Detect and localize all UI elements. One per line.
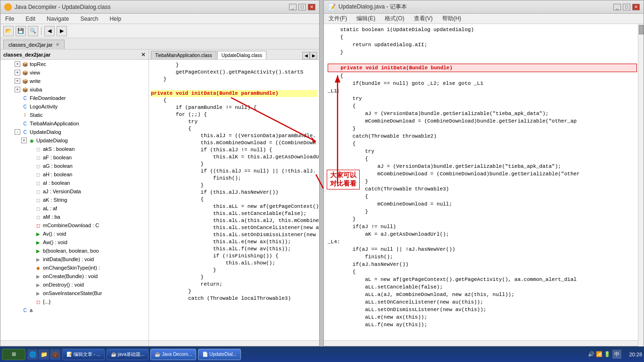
tab-jar[interactable]: classes_dex2jar.jar ✕: [3, 40, 65, 49]
tree-item-tiebamain[interactable]: C TiebaMainApplication: [0, 119, 149, 128]
nav-back-button[interactable]: ◀: [44, 26, 55, 36]
open-button[interactable]: 📂: [3, 26, 14, 36]
taskbar-icon-ie[interactable]: 🌐: [27, 349, 38, 360]
menu-help-cn[interactable]: 帮助(H): [439, 14, 464, 24]
expand-icon[interactable]: +: [21, 138, 27, 143]
tray-icons: 🔊 📶 🔋: [588, 351, 611, 357]
menu-search[interactable]: Search: [77, 15, 101, 23]
expand-icon[interactable]: +: [15, 87, 20, 92]
code-line: {: [328, 102, 637, 110]
notepad-hscrollbar[interactable]: [324, 340, 638, 346]
left-menu-bar: File Edit Navigate Search Help: [0, 14, 319, 24]
menu-navigate[interactable]: Navigate: [44, 15, 72, 23]
tree-field-ak[interactable]: ◻ aK : String: [0, 196, 149, 204]
tree-hscrollbar[interactable]: [0, 340, 149, 346]
code-line: }: [328, 208, 637, 215]
notepad-title-bar: 📝 UpdateDialog.java - 记事本 _ □ ✕: [324, 0, 644, 14]
nav-forward-button[interactable]: ▶: [57, 26, 67, 36]
menu-edit-cn[interactable]: 编辑(E): [354, 14, 378, 24]
tree-field-ah[interactable]: ◻ aH : boolean: [0, 170, 149, 179]
tree-header-label: classes_dex2jar.jar: [3, 52, 50, 58]
code-line: this.alL.f(new av(this));: [151, 246, 317, 253]
menu-file-cn[interactable]: 文件(F): [326, 14, 350, 24]
tree-method-oncreate[interactable]: ▶ onCreate(Bundle) : void: [0, 272, 149, 280]
taskbar-icon-word[interactable]: 💼: [50, 349, 60, 360]
tree-item-static[interactable]: I Static: [0, 111, 149, 119]
taskbar-btn-updatedialog[interactable]: 📄 UpdateDial...: [198, 349, 241, 360]
menu-view-cn[interactable]: 查看(V): [411, 14, 436, 24]
tree-content[interactable]: + 📦 topRec + 📦 view + 📦 write + 📦: [0, 60, 149, 340]
tree-item-write[interactable]: + 📦 write: [0, 77, 149, 85]
minimize-button[interactable]: _: [289, 4, 297, 10]
expand-icon[interactable]: -: [15, 129, 20, 135]
tree-field-am[interactable]: ◻ aM : ba: [0, 213, 149, 221]
tree-item-toprec[interactable]: + 📦 topRec: [0, 60, 149, 68]
notepad-maximize-button[interactable]: □: [623, 4, 630, 10]
taskbar-btn-java-decom[interactable]: ☕ Java Decom...: [150, 349, 196, 360]
code-line: mCombineDownload = (CombineDownload)bund…: [328, 170, 637, 178]
tree-header-close[interactable]: ✕: [141, 51, 146, 58]
tree-field-ai[interactable]: ◻ aI : boolean: [0, 179, 149, 187]
tree-method-ondestroy[interactable]: ▶ onDestroy() : void: [0, 280, 149, 289]
close-button[interactable]: ✕: [308, 4, 315, 10]
expand-icon[interactable]: +: [15, 61, 20, 67]
start-button[interactable]: ⊞: [2, 349, 25, 360]
tree-field-al[interactable]: ◻ aL : af: [0, 204, 149, 213]
tree-method-initdata[interactable]: ▶ initData(Bundle) : void: [0, 255, 149, 263]
field-icon: ◻: [35, 222, 41, 229]
tree-item-ellipsis[interactable]: ◻ {...}: [0, 297, 149, 306]
menu-help[interactable]: Help: [107, 15, 124, 23]
tree-label: aK : String: [43, 197, 67, 203]
nav-arrow-right[interactable]: ▶: [310, 52, 317, 59]
tree-method-aw[interactable]: ▶ Aw() : void: [0, 238, 149, 247]
tab-jar-close[interactable]: ✕: [56, 42, 59, 47]
tree-item-updatedialog[interactable]: - C UpdateDialog: [0, 128, 149, 136]
tree-item-logoactivity[interactable]: C LogoActivity: [0, 102, 149, 111]
expand-icon[interactable]: +: [15, 70, 20, 75]
code-hscrollbar[interactable]: [149, 340, 319, 346]
tree-item-ud-inner[interactable]: + ◉ UpdateDialog: [0, 136, 149, 145]
notepad-close-button[interactable]: ✕: [632, 4, 640, 10]
maximize-button[interactable]: □: [298, 4, 306, 10]
nav-arrow-left[interactable]: ◀: [302, 52, 310, 59]
window-controls: _ □ ✕: [289, 4, 315, 10]
menu-edit[interactable]: Edit: [23, 15, 38, 23]
notepad-minimize-button[interactable]: _: [613, 4, 621, 10]
save-button[interactable]: 💾: [16, 26, 26, 36]
tree-method-onchangeskin[interactable]: ◆ onChangeSkinType(int) :: [0, 263, 149, 272]
tab-tiebamain[interactable]: TiebaMainApplication.class: [151, 51, 216, 59]
code-line: if(bundle == null) goto _L2; else goto _…: [328, 80, 637, 87]
package-icon: 📦: [22, 69, 28, 76]
tree-field-ag[interactable]: ◻ aG : boolean: [0, 162, 149, 170]
notepad-content[interactable]: static boolean i(UpdateDialog updatedial…: [324, 24, 644, 346]
code-line: _L4:: [328, 238, 637, 246]
tree-item-xiuba[interactable]: + 📦 xiuba: [0, 85, 149, 94]
taskbar-btn-edit[interactable]: 📝 编辑文章 - ...: [62, 349, 105, 360]
tree-item-view[interactable]: + 📦 view: [0, 68, 149, 77]
field-icon: ◻: [35, 163, 41, 169]
method-icon: ▶: [35, 281, 41, 288]
back-button[interactable]: 🔍: [28, 26, 38, 36]
tab-updatedialog[interactable]: UpdateDialog.class: [217, 51, 266, 59]
taskbar-icon-folder[interactable]: 📁: [39, 349, 49, 360]
taskbar-btn-java-basic[interactable]: ☕ java基础题...: [107, 349, 149, 360]
tree-method-b[interactable]: ▶ b(boolean, boolean, boo: [0, 247, 149, 255]
tree-item-a[interactable]: C a: [0, 306, 149, 314]
expand-icon[interactable]: +: [15, 78, 20, 84]
tree-field-mcombine[interactable]: ◻ mCombineDownload : C: [0, 221, 149, 230]
input-method[interactable]: 中: [612, 350, 621, 359]
tree-method-onsaveinstance[interactable]: ▶ onSaveInstanceState(Bur: [0, 289, 149, 297]
tree-method-av[interactable]: ▶ Av() : void: [0, 230, 149, 238]
menu-file[interactable]: File: [2, 15, 17, 23]
notepad-vscrollbar[interactable]: [638, 24, 644, 347]
tree-item-filedownloader[interactable]: C FileDownloader: [0, 94, 149, 102]
code-line: finish();: [151, 175, 317, 182]
tree-field-af[interactable]: ◻ aF : boolean: [0, 153, 149, 162]
code-content[interactable]: } getPageContext().getPageActivity().sta…: [149, 60, 319, 340]
tree-label: aH : boolean: [43, 172, 72, 177]
menu-format-cn[interactable]: 格式(O): [382, 14, 407, 24]
tree-field-aks[interactable]: ◻ akS : boolean: [0, 145, 149, 153]
class-icon: C: [22, 103, 28, 110]
right-window: 📝 UpdateDialog.java - 记事本 _ □ ✕ 文件(F) 编辑…: [323, 0, 644, 346]
tree-field-aj[interactable]: ◻ aJ : VersionData: [0, 187, 149, 196]
